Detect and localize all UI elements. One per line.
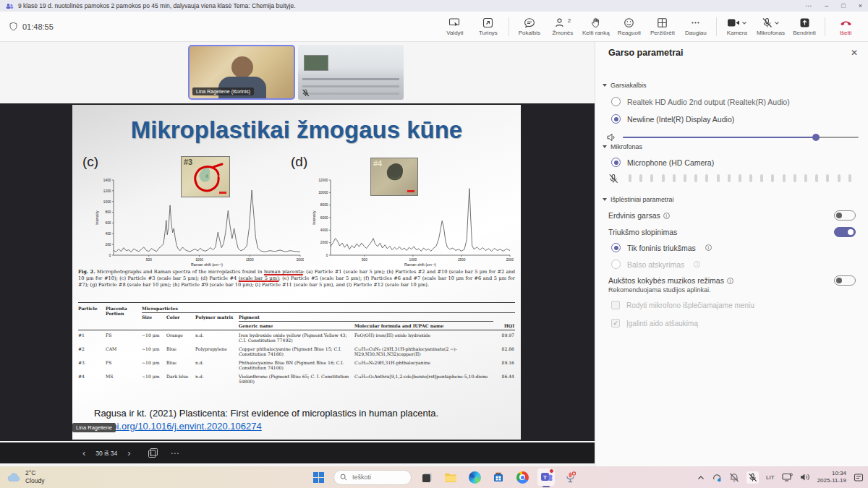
maximize-button[interactable]: □ [841, 2, 845, 9]
radio-unselected-icon[interactable] [611, 97, 621, 106]
speaker-option-newline[interactable]: Newline (Intel(R) Display Audio) [611, 114, 734, 124]
perziureti-button[interactable]: Peržiūrėti [646, 15, 679, 38]
table-cell-hqi: 89.16 [493, 358, 515, 372]
meter-segment [717, 174, 720, 182]
minimize-button[interactable]: – [825, 2, 828, 9]
col-group-microparticles: Microparticles [142, 304, 515, 313]
noise-suppression-toggle[interactable] [834, 227, 856, 237]
kamera-button[interactable]: Kamera [720, 15, 754, 38]
svg-text:Raman shift (cm⁻¹): Raman shift (cm⁻¹) [404, 262, 436, 267]
collapse-caret-icon [603, 84, 607, 87]
bendrinti-label: Bendrinti [793, 30, 816, 36]
slide-more-button[interactable]: ⋯ [170, 448, 179, 458]
mic-option-hd-camera[interactable]: Microphone (HD Camera) [611, 158, 714, 167]
taskbar-search[interactable] [333, 470, 412, 485]
clock-widget[interactable]: 10:34 2025-11-19 [817, 470, 846, 485]
meter-segment [793, 174, 796, 182]
radio-selected-icon[interactable] [611, 158, 621, 167]
task-view-button[interactable] [418, 468, 435, 486]
video-thumbnail-classroom[interactable] [298, 45, 404, 100]
video-thumbnail-speaker[interactable]: Lina Rageliene (išorinis) [188, 45, 295, 100]
noise-option-label: Tik foninis triukšmas [627, 244, 696, 252]
notifications-off-icon[interactable] [729, 473, 739, 482]
iseiti-button[interactable]: Išeiti [829, 15, 862, 38]
camera-chevron-down-icon[interactable] [741, 21, 747, 25]
table-cell-particle: #4 [78, 372, 106, 385]
svg-text:1000: 1000 [103, 200, 111, 204]
language-indicator[interactable]: LIT [766, 474, 775, 481]
svg-text:500: 500 [362, 258, 367, 262]
cast-screen-icon[interactable] [782, 473, 793, 481]
chrome-icon [516, 471, 529, 484]
checkbox-label: Įgalinti aido atšaukimą [626, 320, 698, 328]
table-cell-portion: FS [106, 330, 142, 344]
col-particle: Particle [78, 304, 106, 330]
windows-logo-icon [313, 472, 324, 483]
edge-browser-button[interactable] [466, 468, 483, 486]
people-count-badge: 2 [568, 17, 571, 24]
shared-screen-region: Mikroplastikai žmogaus kūne (c) (d) #3 [0, 103, 595, 441]
zmones-button[interactable]: 2 Žmonės [546, 15, 579, 38]
notification-center-icon[interactable] [854, 473, 864, 482]
panel-close-icon[interactable]: ✕ [851, 48, 858, 58]
timer-value: 01:48:55 [22, 22, 54, 31]
volume-slider-track[interactable] [623, 137, 859, 138]
echo-cancel-checkbox-row: ✓ Įgalinti aido atšaukimą [611, 319, 698, 328]
chrome-browser-button[interactable] [514, 468, 531, 486]
react-smiley-icon [624, 17, 634, 28]
mikrofonas-button[interactable]: Mikrofonas [754, 15, 788, 38]
bendrinti-button[interactable]: Bendrinti [788, 15, 821, 38]
speaker-section-header[interactable]: Garsiakalbis [603, 82, 647, 89]
meter-segment [629, 174, 631, 182]
noise-option-background[interactable]: Tik foninis triukšmas i [611, 243, 712, 252]
previous-slide-button[interactable]: ‹ [75, 448, 93, 458]
turinys-button[interactable]: Turinys [472, 15, 505, 38]
recording-app-button[interactable] [561, 468, 579, 486]
radio-selected-icon[interactable] [611, 243, 621, 252]
kelti-ranka-button[interactable]: Kelti ranką [579, 15, 613, 38]
teams-app-button[interactable]: T [537, 468, 555, 486]
close-button[interactable]: × [859, 2, 862, 9]
caption-text: Microphotographs and Raman spectra of th… [95, 269, 264, 275]
svg-text:6000: 6000 [320, 216, 328, 220]
microsoft-store-button[interactable] [490, 468, 507, 486]
col-polymer: Polymer matrix [195, 313, 239, 330]
speaker-option-realtek[interactable]: Realtek HD Audio 2nd output (Realtek(R) … [611, 97, 790, 106]
meeting-toolbar: 01:48:55 Valdyti Turinys Pokalbis 2 [0, 12, 868, 42]
spatial-audio-toggle[interactable] [834, 210, 856, 221]
audio-settings-panel: Garso parametrai ✕ Garsiakalbis Realtek … [595, 42, 868, 466]
slide-grid-icon[interactable] [148, 448, 158, 458]
presentation-slide: Mikroplastikai žmogaus kūne (c) (d) #3 [72, 105, 521, 440]
meeting-title: 9 klasė 19 d. nuotolinės pamokos 2 pamok… [18, 2, 296, 9]
meter-segment [739, 174, 741, 182]
col-portion: Placenta Portion [106, 304, 142, 330]
mic-section-label: Mikrofonas [610, 143, 642, 150]
weather-widget[interactable]: 2°C Cloudy [7, 469, 44, 484]
daugiau-button[interactable]: Daugiau [679, 15, 712, 38]
next-slide-button[interactable]: › [120, 448, 137, 458]
valdyti-button[interactable]: Valdyti [438, 15, 472, 38]
mic-chevron-down-icon[interactable] [774, 21, 780, 25]
tray-chevron-up-icon[interactable] [697, 475, 705, 480]
tray-volume-icon[interactable] [800, 473, 810, 481]
radio-selected-icon[interactable] [611, 114, 621, 124]
pokalbis-button[interactable]: Pokalbis [513, 15, 546, 38]
table-cell-polymer: n.d. [195, 358, 239, 372]
start-button[interactable] [310, 468, 327, 486]
music-mode-toggle[interactable] [834, 275, 856, 286]
info-icon[interactable]: i [727, 278, 733, 284]
titlebar-more-button[interactable]: ⋯ [805, 2, 812, 9]
info-icon[interactable]: i [705, 244, 712, 251]
file-explorer-button[interactable] [442, 468, 459, 486]
search-input[interactable] [351, 473, 401, 481]
reaguoti-button[interactable]: Reaguoti [613, 15, 646, 38]
meter-segment [673, 174, 676, 182]
update-sync-icon[interactable] [712, 473, 722, 482]
info-icon[interactable]: i [663, 213, 670, 219]
volume-slider-thumb[interactable] [812, 134, 820, 141]
svg-text:0: 0 [326, 254, 328, 257]
tray-mic-muted-button[interactable] [746, 471, 759, 484]
advanced-section-header[interactable]: Išplėstiniai parametrai [603, 196, 674, 203]
mic-section-header[interactable]: Mikrofonas [603, 143, 642, 150]
meter-segment [815, 174, 818, 182]
